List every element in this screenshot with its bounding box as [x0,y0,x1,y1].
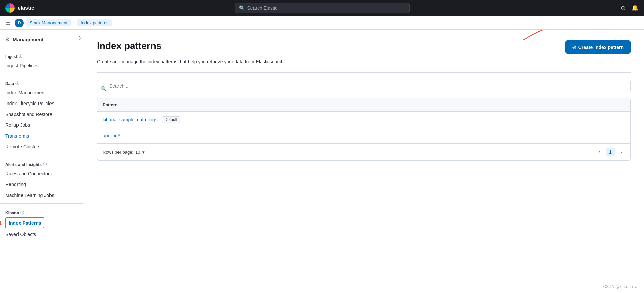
elastic-logo[interactable]: elastic [5,3,34,13]
current-page-number[interactable]: 1 [606,148,615,156]
elastic-logo-icon [5,3,15,13]
page-navigation: ‹ 1 › [596,148,625,156]
create-index-pattern-button[interactable]: ⊕ Create index pattern [565,40,631,54]
top-navigation: elastic 🔍 Search Elastic ⊙ 🔔 [0,0,644,16]
page-header: Index patterns 2 ⊕ Create index pattern [97,40,631,54]
sidebar-divider-1 [0,74,83,74]
annotation-number-2: 2 [513,30,516,31]
search-icon: 🔍 [239,5,245,11]
sidebar-section-alerts: Alerts and Insights ⓘ [0,158,83,168]
watermark: CSDN @xiaomu_a [603,284,637,289]
user-avatar[interactable]: D [15,19,24,27]
main-content: Index patterns 2 ⊕ Create index pattern [83,30,644,293]
default-badge: Default [162,116,180,123]
sidebar-item-snapshot-restore[interactable]: Snapshot and Restore [0,109,83,120]
next-page-button[interactable]: › [618,148,625,156]
pattern-link-kibana-sample[interactable]: kibana_sample_data_logs [103,117,158,122]
breadcrumb-current[interactable]: Index patterns [77,19,112,26]
table-search-input[interactable] [97,80,631,92]
page-title: Index patterns [97,40,161,51]
data-info-icon[interactable]: ⓘ [15,81,19,86]
notifications-icon[interactable]: 🔔 [631,4,639,12]
global-search-input[interactable]: 🔍 Search Elastic [235,3,410,13]
sidebar-item-ingest-pipelines[interactable]: Ingest Pipelines [0,60,83,71]
page-description: Create and manage the index patterns tha… [97,59,631,64]
pattern-link-api-log[interactable]: api_log* [103,133,120,138]
management-gear-icon: ⚙ [5,36,10,43]
prev-page-button[interactable]: ‹ [596,148,603,156]
sidebar-divider-2 [0,155,83,155]
help-icon[interactable]: ⊙ [621,4,626,12]
breadcrumb-separator: › [73,21,75,25]
global-search-bar: 🔍 Search Elastic [235,3,410,13]
search-placeholder-text: Search Elastic [247,5,277,11]
sidebar-item-transforms[interactable]: Transforms [0,130,83,141]
index-patterns-table: Pattern ↑ kibana_sample_data_logs Defaul… [97,98,631,161]
table-header-pattern[interactable]: Pattern ↑ [103,102,121,107]
sidebar-item-index-patterns[interactable]: Index Patterns [5,217,44,228]
annotation-arrow [516,30,570,44]
sidebar-section-data: Data ⓘ [0,77,83,87]
nav-icons: ⊙ 🔔 [621,4,639,12]
table-search-icon: 🔍 [101,86,107,91]
sidebar-item-rollup-jobs[interactable]: Rollup Jobs [0,120,83,130]
sort-icon: ↑ [119,103,121,107]
rows-per-page-value: 10 [135,150,140,155]
ingest-info-icon[interactable]: ⓘ [19,54,22,59]
annotation-1: 1 [0,220,2,226]
sidebar-item-reporting[interactable]: Reporting [0,179,83,190]
pagination-bar: Rows per page: 10 ▾ ‹ 1 › [97,143,630,160]
breadcrumb-bar: ☰ D Stack Management › Index patterns [0,16,644,30]
hamburger-menu[interactable]: ☰ [4,18,12,28]
sidebar-management-title: Management [13,37,44,42]
main-layout: ⟨⟨ ⚙ Management Ingest ⓘ Ingest Pipeline… [0,30,644,293]
plus-icon: ⊕ [572,44,576,50]
kibana-info-icon[interactable]: ⓘ [20,210,24,215]
alerts-info-icon[interactable]: ⓘ [43,162,47,167]
sidebar-divider-top [0,47,83,47]
sidebar-section-ingest: Ingest ⓘ [0,50,83,60]
table-search-wrapper: 🔍 [97,80,631,98]
table-row: kibana_sample_data_logs Default [97,112,630,128]
sidebar-item-remote-clusters[interactable]: Remote Clusters [0,141,83,152]
sidebar-item-index-lifecycle-policies[interactable]: Index Lifecycle Policies [0,98,83,109]
sidebar-divider-3 [0,203,83,204]
sidebar: ⟨⟨ ⚙ Management Ingest ⓘ Ingest Pipeline… [0,30,83,293]
sidebar-item-rules-connectors[interactable]: Rules and Connectors [0,168,83,179]
elastic-logo-text: elastic [18,5,34,11]
sidebar-item-ml-jobs[interactable]: Machine Learning Jobs [0,190,83,201]
sidebar-item-index-management[interactable]: Index Management [0,87,83,98]
table-header: Pattern ↑ [97,98,630,112]
sidebar-collapse-button[interactable]: ⟨⟨ [77,34,83,42]
table-row: api_log* [97,128,630,143]
content-divider [97,72,631,73]
sidebar-item-saved-objects[interactable]: Saved Objects [0,229,83,240]
rows-per-page-chevron: ▾ [142,150,145,155]
rows-per-page-selector[interactable]: Rows per page: 10 ▾ [103,150,145,155]
sidebar-section-kibana: Kibana ⓘ [0,206,83,217]
breadcrumb-stack-management[interactable]: Stack Management [26,19,71,26]
rows-per-page-label: Rows per page: [103,150,133,155]
